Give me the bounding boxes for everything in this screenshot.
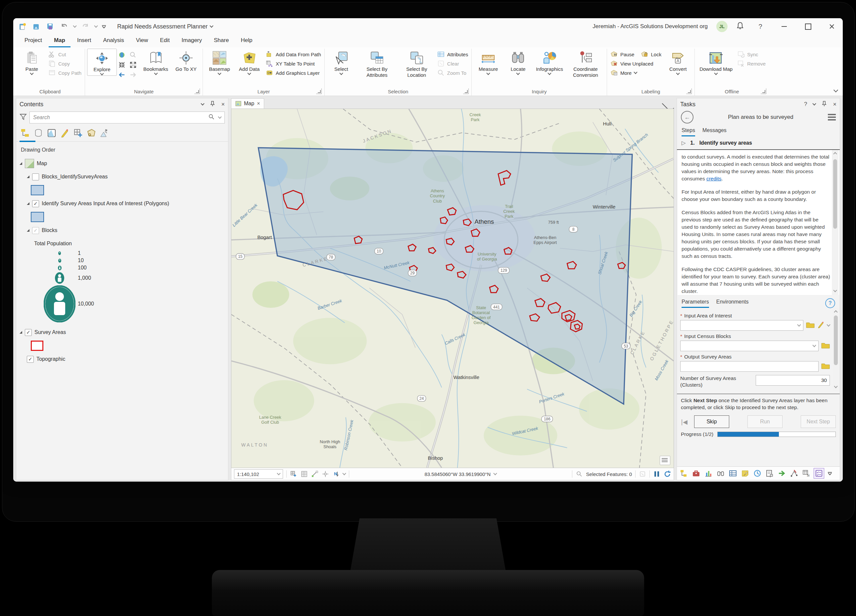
notes-pane-icon[interactable]	[740, 468, 750, 478]
add-data-from-path-button[interactable]: Add Data From Path	[266, 51, 321, 58]
infographics-button[interactable]: Infographics	[533, 49, 566, 75]
snapping-icon[interactable]	[311, 470, 319, 477]
notifications-bell-icon[interactable]	[736, 22, 744, 31]
explore-button[interactable]: Explore	[87, 49, 117, 76]
refresh-icon[interactable]	[664, 470, 671, 477]
labeling-more-button[interactable]: More	[610, 69, 661, 77]
attributes-button[interactable]: Attributes	[437, 51, 468, 58]
tasks-pin-icon[interactable]	[822, 101, 827, 108]
tab-share[interactable]: Share	[209, 35, 234, 47]
paste-button[interactable]: Paste	[17, 49, 46, 75]
contents-pane-icon[interactable]	[679, 468, 689, 478]
coordinate-conversion-button[interactable]: Coordinate Conversion	[567, 49, 605, 79]
close-button[interactable]	[824, 21, 839, 32]
first-step-icon[interactable]: |◀	[681, 418, 691, 425]
description-scrollbar[interactable]	[832, 150, 839, 295]
grid-icon[interactable]	[300, 470, 308, 477]
undo-icon[interactable]	[60, 22, 69, 31]
minimize-button[interactable]	[777, 21, 792, 32]
filter-funnel-icon[interactable]	[20, 113, 27, 122]
add-data-button[interactable]: Add Data	[235, 49, 264, 75]
add-graphics-layer-button[interactable]: Add Graphics Layer	[266, 69, 321, 77]
tab-edit[interactable]: Edit	[155, 35, 175, 47]
tasks-menu-chevron-icon[interactable]	[813, 102, 816, 105]
tab-help[interactable]: Help	[236, 35, 257, 47]
layer-checkbox[interactable]: ✓	[27, 356, 34, 363]
layout-grid-add-icon[interactable]	[290, 470, 297, 477]
tab-environments[interactable]: Environments	[716, 299, 749, 308]
clear-selection-button[interactable]: Clear	[437, 60, 468, 67]
catalog-toolbox-icon[interactable]	[691, 468, 701, 478]
avatar[interactable]: JL	[716, 21, 728, 32]
select-button[interactable]: Select	[327, 49, 356, 75]
labeling-dialog-launcher-icon[interactable]	[686, 88, 692, 94]
measure-button[interactable]: Measure	[474, 49, 503, 75]
layer-aoi[interactable]: ✓Identify Survey Areas Input Area of Int…	[26, 197, 226, 210]
task-back-button[interactable]: ←	[681, 111, 693, 123]
list-by-labeling-icon[interactable]	[86, 128, 96, 139]
layer-checkbox[interactable]: ✓	[32, 200, 39, 207]
map-notification-icon[interactable]	[660, 456, 670, 465]
labeling-lock-button[interactable]: Lock	[641, 51, 661, 58]
layer-dialog-launcher-icon[interactable]	[316, 88, 322, 94]
skip-button[interactable]: Skip	[694, 416, 729, 428]
list-by-data-source-icon[interactable]	[34, 128, 43, 139]
tab-view[interactable]: View	[131, 35, 154, 47]
browse-folder-icon[interactable]	[821, 362, 830, 370]
new-project-icon[interactable]	[18, 22, 27, 31]
layer-survey-areas[interactable]: ✓Survey Areas	[18, 326, 226, 339]
popup-pane-icon[interactable]	[765, 468, 774, 478]
tab-imagery[interactable]: Imagery	[176, 35, 207, 47]
field-calculator-icon[interactable]: fx	[801, 468, 811, 478]
output-survey-areas-input[interactable]	[680, 361, 819, 372]
list-by-charts-icon[interactable]	[100, 128, 109, 139]
tasks-help-icon[interactable]: ?	[804, 101, 807, 108]
aoi-swatch[interactable]	[31, 212, 44, 222]
cursor-coordinates[interactable]: 83.5845060°W 33.9619900°N	[353, 471, 569, 477]
copy-path-button[interactable]: Copy Path	[48, 69, 82, 77]
redo-menu-chevron-icon[interactable]	[94, 24, 98, 28]
chart-pane-icon[interactable]	[704, 468, 713, 478]
attribute-table-icon[interactable]	[728, 468, 738, 478]
north-arrow-icon[interactable]: N	[333, 470, 340, 477]
pin-icon[interactable]	[210, 101, 215, 108]
parameters-scrollbar[interactable]	[833, 308, 839, 391]
go-to-xy-button[interactable]: Go To XY	[171, 49, 200, 73]
clear-selected-icon[interactable]	[639, 470, 646, 477]
search-icon[interactable]	[209, 114, 214, 121]
step-description[interactable]: to conduct surveys. A model is executed …	[677, 150, 839, 295]
sync-button[interactable]: Sync	[737, 51, 766, 58]
cut-button[interactable]: Cut	[48, 51, 82, 58]
history-pane-icon[interactable]	[752, 468, 762, 478]
tasks-pane-icon[interactable]	[814, 468, 824, 479]
maximize-button[interactable]	[801, 21, 816, 32]
parameters-help-icon[interactable]: ?	[825, 298, 835, 308]
fixed-zoom-out-icon[interactable]	[129, 61, 139, 70]
browse-folder-icon[interactable]	[806, 322, 814, 330]
browse-folder-icon[interactable]	[821, 342, 830, 350]
input-area-of-interest-combobox[interactable]	[680, 320, 804, 331]
next-extent-icon[interactable]	[129, 71, 139, 80]
forward-arrow-icon[interactable]	[777, 468, 787, 478]
close-tasks-icon[interactable]: ×	[833, 101, 836, 108]
edit-vertices-icon[interactable]	[789, 468, 799, 478]
locate-pane-icon[interactable]	[716, 468, 725, 478]
task-list-menu-icon[interactable]	[828, 114, 836, 120]
credits-link[interactable]: credits	[707, 176, 722, 182]
run-button[interactable]: Run	[747, 416, 782, 428]
layer-blocks[interactable]: ✓Blocks	[26, 224, 226, 237]
select-by-attributes-button[interactable]: Select By Attributes	[357, 49, 397, 79]
layer-checkbox[interactable]: ✓	[32, 227, 39, 234]
convert-labels-button[interactable]: A Convert	[664, 49, 693, 75]
undo-menu-chevron-icon[interactable]	[73, 24, 77, 28]
number-of-survey-areas-input[interactable]: 30	[756, 375, 830, 386]
fixed-zoom-in-icon[interactable]	[118, 61, 128, 70]
xy-table-to-point-button[interactable]: XY Table To Point	[266, 60, 321, 67]
tab-parameters[interactable]: Parameters	[682, 299, 709, 308]
bookmarks-button[interactable]: Bookmarks	[141, 49, 171, 75]
crosshair-icon[interactable]	[322, 470, 329, 477]
offline-dialog-launcher-icon[interactable]	[761, 88, 766, 94]
draw-options-chevron-icon[interactable]	[827, 323, 830, 326]
previous-extent-icon[interactable]	[118, 71, 128, 80]
contents-menu-chevron-icon[interactable]	[201, 102, 205, 105]
